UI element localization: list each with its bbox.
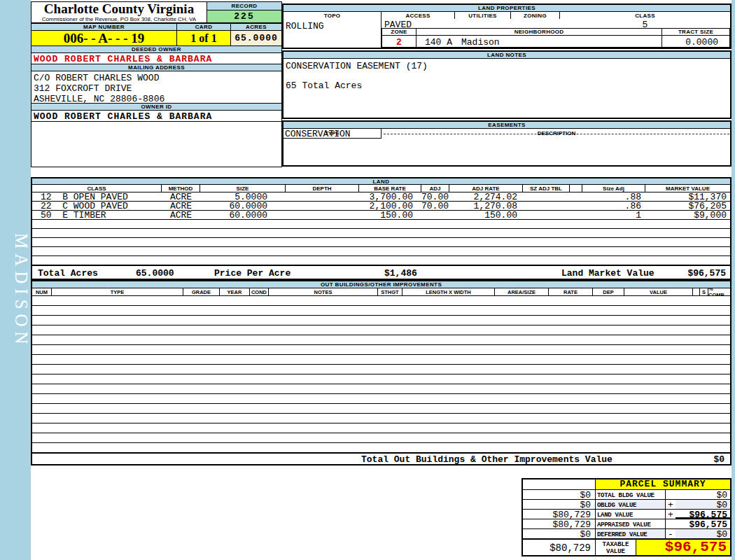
neighborhood-code: 140 A xyxy=(425,37,452,48)
land-table-row xyxy=(32,256,730,265)
land-cell: $76,205 xyxy=(645,202,730,210)
land-column-header xyxy=(570,185,582,192)
ps-prior-value: $0 xyxy=(523,500,596,509)
price-per-acre-value: $1,486 xyxy=(384,268,417,279)
out-buildings-header-row: NUMTYPEGRADEYEARCONDNOTESSTHGTLENGTH X W… xyxy=(32,288,730,296)
taxable-prior-value: $80,729 xyxy=(523,540,596,555)
zoning-column-label: ZONING xyxy=(511,12,560,19)
address-line: C/O ROBERT CHARLES WOOD xyxy=(34,73,281,83)
ps-label: DEFERRED VALUE xyxy=(596,529,666,538)
owner-id-value: WOOD ROBERT CHARLES & BARBARA xyxy=(31,110,282,122)
land-column-header: METHOD xyxy=(162,185,200,192)
ps-label: OBLDG VALUE xyxy=(596,500,666,509)
acres-value: 65.0000 xyxy=(230,30,282,46)
land-cell: 1,270.08 xyxy=(449,202,523,210)
ps-label: TOTAL BLDG VALUE xyxy=(596,490,666,499)
neighborhood-label: NEIGHBORHOOD xyxy=(416,29,662,36)
parcel-summary-rows: $0TOTAL BLDG VALUE$0$0OBLDG VALUE+$0$80,… xyxy=(523,490,730,539)
address-line: ASHEVILLE, NC 28806-8806 xyxy=(34,94,281,104)
land-cell: 3,700.00 xyxy=(359,192,421,201)
tract-size-cell: TRACT SIZE 0.0000 xyxy=(662,28,730,48)
topo-value: ROLLING xyxy=(284,21,324,31)
land-notes-title: LAND NOTES xyxy=(283,51,731,59)
ps-prior-value: $80,729 xyxy=(523,510,596,519)
out-buildings-column-header xyxy=(693,288,700,295)
topo-column-label: TOPO xyxy=(284,12,382,19)
land-cell: 12 B OPEN PAVED xyxy=(32,192,162,201)
land-market-value: $96,575 xyxy=(687,268,726,279)
ps-value: $96,575 xyxy=(676,510,730,519)
land-table-row: 50 E TIMBERACRE60.0000150.00150.001$9,00… xyxy=(32,211,730,220)
property-record-card: MADISON Charlotte County Virginia Commis… xyxy=(0,0,735,560)
land-column-header: SZ ADJ TBL xyxy=(523,185,570,192)
easements-title: EASEMENTS xyxy=(283,121,731,129)
land-column-header: DEPTH xyxy=(286,185,359,192)
out-buildings-row xyxy=(32,365,730,374)
county-title: Charlotte County Virginia xyxy=(31,2,206,16)
owner-block-spacer xyxy=(31,121,282,167)
land-cell: .88 xyxy=(582,192,645,201)
ps-value: $96,575 xyxy=(676,519,730,528)
land-column-header: ADJ xyxy=(421,185,449,192)
land-column-header: MARKET VALUE xyxy=(645,185,730,192)
land-cell: 70.00 xyxy=(421,202,449,210)
ps-label: APPRAISED VALUE xyxy=(596,519,666,528)
land-table-body: 12 B OPEN PAVEDACRE5.00003,700.0070.002,… xyxy=(32,192,730,265)
address-line: 312 FOXCROFT DRIVE xyxy=(34,83,281,94)
card-value: 1 of 1 xyxy=(176,30,231,46)
easement-description-cell: DESCRIPTION xyxy=(384,129,729,139)
land-cell: 50 E TIMBER xyxy=(32,211,162,219)
land-table-row xyxy=(32,238,730,247)
taxable-value: $96,575 xyxy=(636,540,730,555)
utilities-column-label: UTILITIES xyxy=(455,12,511,19)
land-cell: 150.00 xyxy=(359,211,421,219)
district-name: MADISON xyxy=(0,233,31,349)
parcel-summary-row: $0TOTAL BLDG VALUE$0 xyxy=(523,490,730,500)
topo-cell: ROLLING xyxy=(284,19,382,48)
out-buildings-column-header: NOTES xyxy=(269,288,378,295)
land-cell: 150.00 xyxy=(449,211,523,219)
easements-section: EASEMENTS TYPE CONSERVATION DESCRIPTION xyxy=(282,120,732,167)
neighborhood-name: Madison xyxy=(461,37,500,48)
land-properties-title: LAND PROPERTIES xyxy=(283,4,731,12)
parcel-summary-row: $80,729APPRAISED VALUE$96,575 xyxy=(523,519,730,529)
ps-label: LAND VALUE xyxy=(596,510,666,519)
record-value: 225 xyxy=(206,10,282,23)
total-acres-label: Total Acres xyxy=(38,268,98,279)
parcel-summary-row: $80,729LAND VALUE+$96,575 xyxy=(523,510,730,519)
land-column-header: Size Adj xyxy=(582,185,645,192)
land-cell: 1 xyxy=(582,211,645,219)
out-buildings-row xyxy=(32,394,730,404)
tract-size-value: 0.0000 xyxy=(662,36,729,48)
out-buildings-column-header: STHGT xyxy=(378,288,402,295)
land-cell: 5.0000 xyxy=(200,192,286,201)
land-cell: 60.0000 xyxy=(200,211,286,219)
out-buildings-total-row: Total Out Buildings & Other Improvements… xyxy=(32,453,730,464)
ps-prior-value: $0 xyxy=(523,490,596,499)
land-market-value-label: Land Market Value xyxy=(561,268,654,279)
neighborhood-cell: NEIGHBORHOOD 140 A Madison xyxy=(416,28,662,48)
taxable-value-label: TAXABLE VALUE xyxy=(596,540,636,555)
map-number-value: 006- - A- - - 19 xyxy=(31,30,177,46)
easement-type-value: CONSERVATION xyxy=(285,129,351,139)
ps-prior-value: $0 xyxy=(523,529,596,538)
zone-cell: ZONE 2 xyxy=(382,28,416,48)
ps-value: $0 xyxy=(676,490,730,499)
out-buildings-row xyxy=(32,306,730,316)
land-table-row xyxy=(32,229,730,238)
land-cell: .86 xyxy=(582,202,645,210)
land-properties-section: LAND PROPERTIES TOPO ACCESS UTILITIES ZO… xyxy=(282,4,732,49)
out-buildings-column-header: DEP xyxy=(593,288,624,295)
land-note-line: 65 Total Acres xyxy=(286,80,362,91)
class-column-label: CLASS xyxy=(560,12,730,19)
out-buildings-column-header: S xyxy=(700,288,708,295)
land-cell: $11,370 xyxy=(645,192,730,201)
out-buildings-title: OUT BUILDINGS/OTHER IMPROVEMENTS xyxy=(31,281,731,288)
out-buildings-row xyxy=(32,345,730,355)
land-cell: $9,000 xyxy=(645,211,730,219)
land-cell: 2,100.00 xyxy=(359,202,421,210)
tract-size-label: TRACT SIZE xyxy=(662,29,729,36)
out-buildings-section: OUT BUILDINGS/OTHER IMPROVEMENTS NUMTYPE… xyxy=(31,280,732,465)
out-buildings-column-header: VALUE xyxy=(624,288,693,295)
mailing-address-block: C/O ROBERT CHARLES WOOD 312 FOXCROFT DRI… xyxy=(31,71,282,104)
